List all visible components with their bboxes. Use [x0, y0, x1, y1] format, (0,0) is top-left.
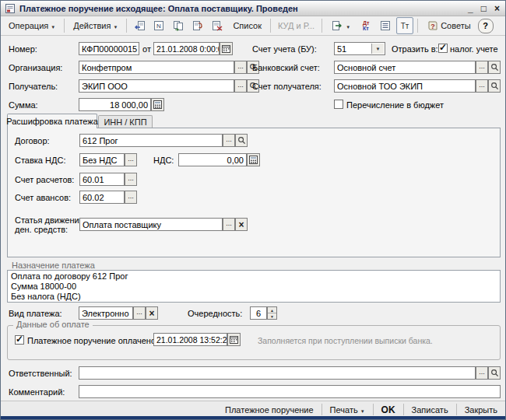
- close-window-button[interactable]: Закрыть: [462, 404, 501, 416]
- send-icon: [331, 19, 343, 32]
- organization-input[interactable]: Конфетпром: [79, 61, 234, 74]
- ok-button[interactable]: OK: [378, 403, 399, 417]
- tax-accounting-label: налог. учете: [450, 44, 498, 54]
- recipient-label: Получатель:: [9, 82, 58, 91]
- budget-transfer-label: Перечисление в бюджет: [346, 100, 444, 110]
- advance-account-input[interactable]: 60.02: [79, 191, 125, 204]
- cash-flow-item-input[interactable]: Оплата поставщику: [79, 218, 223, 231]
- bank-account-label: Банковский счет:: [252, 63, 320, 72]
- cash-flow-item-select-icon[interactable]: [223, 218, 235, 231]
- tips-icon: ?: [427, 20, 438, 32]
- chevron-down-icon: [51, 21, 55, 30]
- tt-toggle-button[interactable]: Тт: [396, 17, 413, 34]
- payment-info-header: Данные об оплате: [13, 320, 93, 329]
- purpose-header: Назначение платежа: [12, 261, 95, 270]
- organization-select-icon[interactable]: [234, 61, 247, 74]
- paid-label: Платежное поручение оплачено:: [27, 336, 158, 345]
- recipient-input[interactable]: ЭКИП ООО: [79, 79, 234, 93]
- chevron-down-icon[interactable]: [371, 44, 384, 54]
- bank-account-open-icon[interactable]: [488, 61, 501, 74]
- amount-label: Сумма:: [9, 100, 38, 110]
- responsible-open-icon[interactable]: [488, 366, 501, 380]
- maximize-button[interactable]: □: [481, 4, 487, 13]
- account-bu-select[interactable]: 51: [334, 42, 385, 55]
- responsible-input[interactable]: [79, 366, 476, 380]
- vat-rate-label: Ставка НДС:: [15, 156, 65, 165]
- bank-account-select-icon[interactable]: [476, 61, 488, 74]
- priority-input[interactable]: 6: [250, 306, 267, 320]
- copy-icon[interactable]: [170, 17, 187, 34]
- print-button[interactable]: Печать: [327, 404, 368, 416]
- window-title: Платежное поручение исходящее: Оплата по…: [19, 4, 468, 13]
- set-number-icon[interactable]: N: [150, 17, 167, 34]
- tips-button[interactable]: ? Советы: [422, 18, 475, 34]
- responsible-select-icon[interactable]: [476, 366, 488, 380]
- priority-stepper[interactable]: ▲▼: [267, 306, 277, 320]
- actions-menu-button[interactable]: Действия: [69, 19, 122, 33]
- spinner-down-icon: ▼: [268, 313, 276, 319]
- paid-date-calendar-icon[interactable]: [227, 333, 241, 346]
- settlement-account-select-icon[interactable]: [125, 173, 137, 186]
- recipient-account-select-icon[interactable]: [476, 79, 488, 93]
- paid-date-input[interactable]: 21.01.2008 13:52:23: [153, 333, 227, 346]
- amount-input[interactable]: 18 000,00: [79, 98, 151, 111]
- payment-order-button[interactable]: Платежное поручение: [222, 404, 317, 416]
- paid-checkbox[interactable]: [15, 335, 24, 345]
- cash-flow-item-clear-icon[interactable]: [235, 218, 248, 231]
- tax-accounting-checkbox[interactable]: [438, 44, 448, 53]
- payment-order-window: Платежное поручение исходящее: Оплата по…: [0, 0, 506, 420]
- dtkt-postings-button[interactable]: ДтКт: [357, 17, 374, 34]
- settlement-account-input[interactable]: 60.01: [79, 173, 125, 186]
- close-button[interactable]: ×: [494, 4, 500, 13]
- comment-input[interactable]: [79, 385, 501, 398]
- advance-account-select-icon[interactable]: [125, 191, 137, 204]
- payment-type-input[interactable]: Электронно: [79, 306, 133, 320]
- tab-inn-kpp[interactable]: ИНН / КПП: [98, 115, 153, 128]
- tab-payment-details[interactable]: Расшифровка платежа: [7, 114, 97, 128]
- calculator-icon[interactable]: [151, 98, 164, 111]
- title-bar: Платежное поручение исходящее: Оплата по…: [1, 1, 505, 16]
- contract-input[interactable]: 612 Прог: [79, 134, 223, 147]
- number-label: Номер:: [9, 44, 37, 54]
- recipient-account-label: Счет получателя:: [252, 82, 322, 91]
- vat-input[interactable]: 0,00: [178, 153, 247, 166]
- budget-transfer-checkbox[interactable]: [334, 100, 343, 109]
- minimize-button[interactable]: _: [468, 4, 473, 13]
- account-bu-label: Счет учета (БУ):: [252, 44, 317, 54]
- help-button[interactable]: ?: [478, 19, 494, 33]
- advance-account-label: Счет авансов:: [15, 193, 71, 202]
- calendar-icon[interactable]: [220, 42, 233, 55]
- chevron-down-icon: [113, 21, 118, 30]
- ot-label: от: [142, 44, 151, 54]
- paid-hint: Заполняется при поступлении выписки банк…: [258, 336, 433, 345]
- recipient-select-icon[interactable]: [234, 79, 247, 93]
- recipient-account-open-icon[interactable]: [488, 79, 501, 93]
- send-document-button[interactable]: [326, 17, 355, 34]
- vat-rate-input[interactable]: Без НДС: [79, 153, 125, 166]
- kud-button: КУД и Р...: [275, 19, 318, 32]
- payment-type-select-icon[interactable]: [133, 306, 146, 320]
- bank-account-input[interactable]: Основной счет: [334, 61, 476, 74]
- document-icon: [5, 3, 16, 14]
- payment-type-clear-icon[interactable]: [146, 306, 158, 320]
- priority-label: Очередность:: [188, 309, 242, 318]
- post-document-icon[interactable]: [189, 17, 206, 34]
- register-records-icon[interactable]: [377, 17, 394, 34]
- responsible-label: Ответственный:: [9, 369, 72, 378]
- save-button[interactable]: Записать: [409, 404, 452, 416]
- reread-icon[interactable]: [131, 17, 148, 34]
- contract-open-icon[interactable]: [235, 134, 248, 147]
- vat-calculator-icon[interactable]: [247, 153, 260, 166]
- purpose-textarea[interactable]: Оплата по договору 612 Прог Сумма 18000-…: [7, 270, 501, 303]
- vat-rate-select-icon[interactable]: [125, 153, 137, 166]
- operation-menu-button[interactable]: Операция: [4, 19, 60, 33]
- recipient-account-input[interactable]: Основной ТОО ЭКИП: [334, 79, 476, 93]
- window-bottom-border: [1, 416, 505, 419]
- contract-select-icon[interactable]: [223, 134, 235, 147]
- date-input[interactable]: 21.01.2008 0:00:00: [153, 42, 220, 55]
- number-input[interactable]: КФП00000015: [79, 42, 139, 55]
- list-button[interactable]: Список: [228, 19, 266, 33]
- cancel-posting-icon[interactable]: [209, 17, 226, 34]
- spinner-up-icon: ▲: [268, 307, 276, 313]
- organization-label: Организация:: [9, 63, 62, 72]
